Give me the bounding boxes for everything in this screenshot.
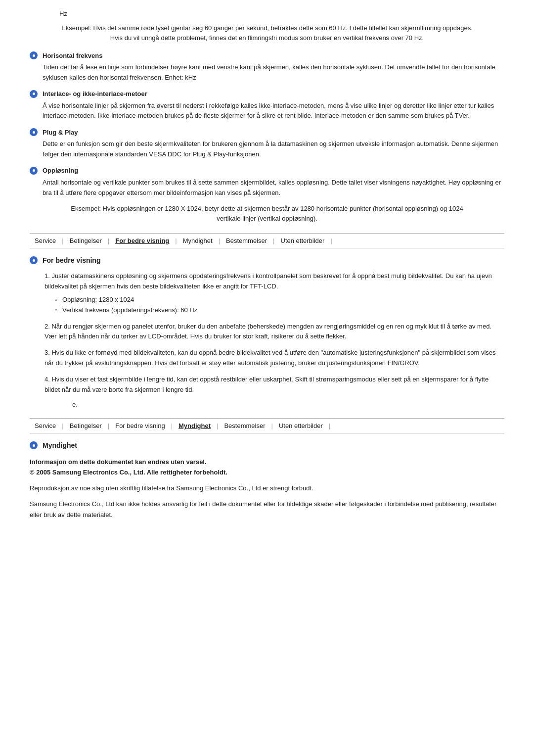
item-num-1: 1.: [44, 272, 51, 280]
section-plugplay: Plug & Play Dette er en funksjon som gir…: [30, 128, 504, 160]
nav1-sep-1: |: [108, 237, 109, 244]
nav-bar-2: Service | Betingelser | For bedre visnin…: [30, 418, 504, 433]
nav2-for-bedre-visning[interactable]: For bedre visning: [110, 421, 170, 430]
nav2-betingelser[interactable]: Betingelser: [65, 421, 107, 430]
hz-label: Hz: [59, 10, 504, 17]
bullet-icon-horisontal: [30, 51, 38, 59]
section-interlace-body: Å vise horisontale linjer på skjermen fr…: [43, 101, 504, 122]
item-num-3: 3.: [44, 349, 51, 356]
nav2-sep-2: |: [171, 422, 173, 429]
for-bedre-item-4: 4. Hvis du viser et fast skjermbilde i l…: [44, 375, 504, 395]
for-bedre-title-text: For bedre visning: [43, 256, 100, 264]
nav1-sep-2: |: [175, 237, 177, 244]
section-interlace-title: Interlace- og ikke-interlace-metoer: [43, 90, 147, 97]
nav1-uten-etterbilder[interactable]: Uten etterbilder: [276, 236, 330, 245]
nav2-bestemmelser[interactable]: Bestemmelser: [219, 421, 270, 430]
section-plugplay-header: Plug & Play: [30, 128, 504, 136]
item-num-2: 2.: [44, 323, 51, 330]
section-horisontal: Horisontal frekvens Tiden det tar å lese…: [30, 51, 504, 83]
bullet-icon-for-bedre: [30, 256, 38, 264]
for-bedre-item-3: 3. Hvis du ikke er fornøyd med bildekval…: [44, 348, 504, 369]
section-interlace: Interlace- og ikke-interlace-metoer Å vi…: [30, 90, 504, 122]
nav2-service[interactable]: Service: [30, 421, 61, 430]
nav1-bestemmelser[interactable]: Bestemmelser: [221, 236, 272, 245]
nav1-betingelser[interactable]: Betingelser: [65, 236, 107, 245]
item-text-1: Juster datamaskinens oppløsning og skjer…: [44, 272, 492, 290]
bullet-icon-opplosning: [30, 167, 38, 175]
nav2-myndighet[interactable]: Myndighet: [174, 421, 216, 430]
item-text-3: Hvis du ikke er fornøyd med bildekvalite…: [44, 349, 496, 367]
nav2-sep-0: |: [62, 422, 63, 429]
for-bedre-item-2: 2. Når du rengjør skjermen og panelet ut…: [44, 322, 504, 342]
section-opplosning-title: Oppløsning: [43, 167, 78, 174]
section-opplosning-body1: Antall horisontale og vertikale punkter …: [43, 178, 504, 198]
myndighet-paragraph1: Reproduksjon av noe slag uten skriftlig …: [30, 483, 504, 494]
sub-list-1: Oppløsning: 1280 x 1024 Vertikal frekven…: [54, 295, 504, 316]
section-horisontal-title: Horisontal frekvens: [43, 52, 102, 59]
section-horisontal-body: Tiden det tar å lese én linje som forbin…: [43, 62, 504, 83]
nav1-myndighet[interactable]: Myndighet: [178, 236, 218, 245]
page: Hz Eksempel: Hvis det samme røde lyset g…: [0, 0, 534, 545]
myndighet-bold-line1: Informasjon om dette dokumentet kan endr…: [30, 457, 504, 468]
nav1-service[interactable]: Service: [30, 236, 61, 245]
bullet-icon-plugplay: [30, 128, 38, 136]
for-bedre-title: For bedre visning: [30, 256, 504, 264]
item-text-4: Hvis du viser et fast skjermbilde i leng…: [44, 376, 489, 393]
bullet-icon-myndighet: [30, 441, 38, 449]
item-num-4: 4.: [44, 376, 51, 383]
for-bedre-list: 1. Juster datamaskinens oppløsning og sk…: [44, 271, 504, 408]
nav2-sep-1: |: [108, 422, 109, 429]
myndighet-bold-line2: © 2005 Samsung Electronics Co., Ltd. All…: [30, 468, 504, 478]
myndighet-title: Myndighet: [30, 441, 504, 449]
myndighet-bold: Informasjon om dette dokumentet kan endr…: [30, 457, 504, 478]
section-opplosning: Oppløsning Antall horisontale og vertika…: [30, 167, 504, 224]
myndighet-paragraph2: Samsung Electronics Co., Ltd kan ikke ho…: [30, 499, 504, 520]
for-bedre-section: For bedre visning 1. Juster datamaskinen…: [30, 256, 504, 408]
nav2-uten-etterbilder[interactable]: Uten etterbilder: [274, 421, 328, 430]
myndighet-title-text: Myndighet: [43, 441, 77, 449]
example-block-2: Eksempel: Hvis oppløsningen er 1280 X 10…: [59, 204, 475, 223]
nav2-sep-4: |: [271, 422, 273, 429]
myndighet-section: Myndighet Informasjon om dette dokumente…: [30, 441, 504, 520]
section-opplosning-header: Oppløsning: [30, 167, 504, 175]
nav2-sep-3: |: [217, 422, 218, 429]
section-interlace-header: Interlace- og ikke-interlace-metoer: [30, 90, 504, 98]
sub-item-1-1: Vertikal frekvens (oppdateringsfrekvens)…: [54, 305, 504, 316]
sub-item-1-0: Oppløsning: 1280 x 1024: [54, 295, 504, 305]
section-plugplay-title: Plug & Play: [43, 129, 78, 136]
nav1-sep-0: |: [62, 237, 63, 244]
for-bedre-item-1: 1. Juster datamaskinens oppløsning og sk…: [44, 271, 504, 315]
bullet-icon-interlace: [30, 90, 38, 98]
nav2-sep-5: |: [329, 422, 330, 429]
nav1-sep-4: |: [273, 237, 274, 244]
nav-bar-1: Service | Betingelser | For bedre visnin…: [30, 233, 504, 248]
item-text-2: Når du rengjør skjermen og panelet utenf…: [44, 323, 491, 340]
section-plugplay-body: Dette er en funksjon som gir den beste s…: [43, 139, 504, 160]
example-block-1: Eksempel: Hvis det samme røde lyset gjen…: [59, 23, 475, 43]
nav1-sep-5: |: [330, 237, 332, 244]
section-horisontal-header: Horisontal frekvens: [30, 51, 504, 59]
for-bedre-e-item: e.: [72, 401, 504, 408]
nav1-for-bedre-visning[interactable]: For bedre visning: [110, 236, 174, 245]
nav1-sep-3: |: [219, 237, 220, 244]
